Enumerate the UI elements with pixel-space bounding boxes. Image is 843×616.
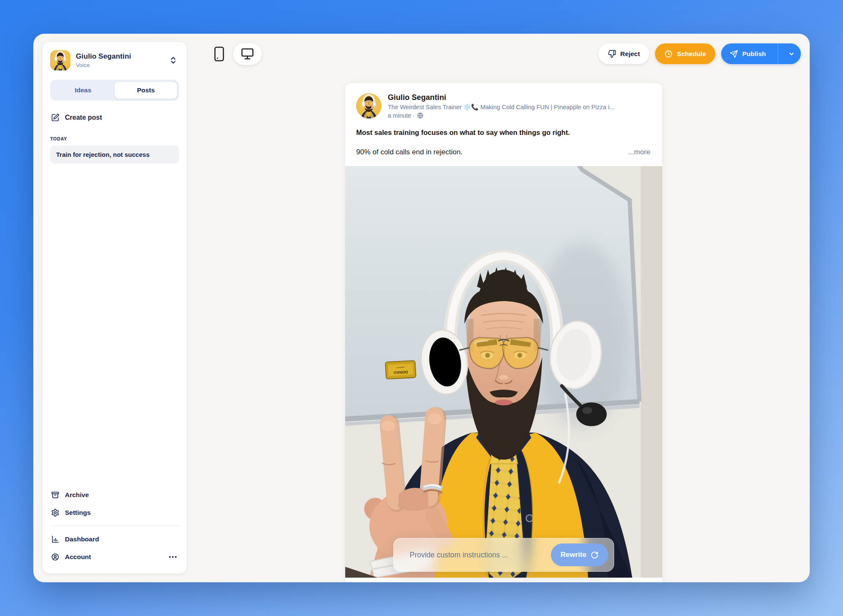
- post-preview-card: Giulio Segantini The Weirdest Sales Trai…: [345, 83, 662, 582]
- monitor-icon: [241, 48, 254, 60]
- publish-dropdown-toggle[interactable]: [782, 43, 801, 64]
- sidebar-item-label: Archive: [65, 491, 89, 499]
- tab-posts[interactable]: Posts: [114, 81, 177, 99]
- publish-button[interactable]: Publish: [721, 43, 801, 64]
- device-preview-toggles: [210, 43, 262, 65]
- mobile-preview-button[interactable]: [210, 43, 228, 65]
- rewrite-label: Rewrite: [561, 551, 586, 559]
- sidebar-item-archive[interactable]: Archive: [50, 486, 179, 504]
- post-image: DONAU magnetic: [345, 166, 662, 578]
- desktop-preview-button[interactable]: [233, 43, 262, 65]
- sidebar-item-settings[interactable]: Settings: [50, 504, 179, 522]
- rewrite-button[interactable]: Rewrite: [551, 543, 608, 566]
- post-body: Most sales training focuses on what to s…: [345, 129, 662, 156]
- reject-label: Reject: [620, 50, 640, 58]
- sidebar-item-label: Account: [65, 553, 91, 561]
- profile-name: Giulio Segantini: [76, 52, 131, 61]
- bar-chart-icon: [51, 535, 59, 543]
- refresh-icon: [591, 551, 599, 559]
- post-text-line: 90% of cold calls end in rejection.: [356, 148, 462, 156]
- create-post-label: Create post: [65, 114, 102, 121]
- post-author-name: Giulio Segantini: [388, 93, 615, 102]
- send-icon: [730, 50, 738, 58]
- desktop-backdrop: { "theme":{ "backdrop_start":"#2f7fee","…: [0, 0, 843, 616]
- smartphone-icon: [214, 46, 224, 62]
- sidebar-item-account[interactable]: Account: [50, 548, 179, 566]
- rewrite-composer: Rewrite: [393, 538, 614, 572]
- sidebar-divider: [50, 526, 179, 526]
- chevrons-up-down-icon: [169, 56, 177, 65]
- publish-label: Publish: [742, 50, 766, 58]
- workspace-chevron-button[interactable]: [167, 54, 179, 66]
- post-list-item[interactable]: Train for rejection, not success: [50, 145, 179, 164]
- sidebar-tabs: Ideas Posts: [50, 80, 179, 101]
- create-post-button[interactable]: Create post: [50, 113, 179, 123]
- svg-text:magnetic: magnetic: [396, 366, 405, 369]
- workspace-switcher[interactable]: Giulio Segantini Voice: [50, 50, 179, 70]
- today-section-label: TODAY: [50, 136, 179, 141]
- post-actions: Reject Schedule Publish: [599, 43, 801, 64]
- thumbs-down-icon: [608, 50, 616, 58]
- sidebar-avatar: [50, 50, 70, 70]
- sidebar-item-label: Dashboard: [65, 535, 99, 543]
- post-header: Giulio Segantini The Weirdest Sales Trai…: [345, 83, 662, 119]
- sidebar: Giulio Segantini Voice Ideas Posts Creat…: [42, 41, 187, 574]
- chevron-down-icon: [788, 51, 795, 57]
- gear-icon: [51, 508, 59, 517]
- schedule-button[interactable]: Schedule: [655, 43, 715, 64]
- custom-instructions-input[interactable]: [410, 551, 551, 560]
- post-timestamp: a minute ·: [388, 112, 615, 119]
- clock-icon: [664, 50, 673, 58]
- globe-icon: [417, 112, 424, 119]
- app-window: Giulio Segantini Voice Ideas Posts Creat…: [33, 34, 810, 582]
- publish-split-divider: [778, 43, 778, 64]
- sidebar-item-dashboard[interactable]: Dashboard: [50, 530, 179, 548]
- post-author-headline: The Weirdest Sales Trainer ❄️📞 Making Co…: [388, 104, 615, 111]
- see-more-link[interactable]: ...more: [628, 148, 650, 156]
- post-author-avatar: [356, 93, 381, 118]
- profile-subtitle: Voice: [76, 62, 131, 68]
- edit-icon: [51, 113, 59, 122]
- svg-text:DONAU: DONAU: [394, 370, 408, 375]
- reject-button[interactable]: Reject: [599, 43, 650, 64]
- post-text-bold: Most sales training focuses on what to s…: [356, 129, 650, 137]
- archive-icon: [51, 491, 59, 499]
- sidebar-item-label: Settings: [65, 509, 91, 516]
- tab-ideas[interactable]: Ideas: [52, 81, 114, 99]
- schedule-label: Schedule: [677, 50, 706, 58]
- user-circle-icon: [51, 553, 59, 561]
- more-options-icon[interactable]: [167, 554, 178, 560]
